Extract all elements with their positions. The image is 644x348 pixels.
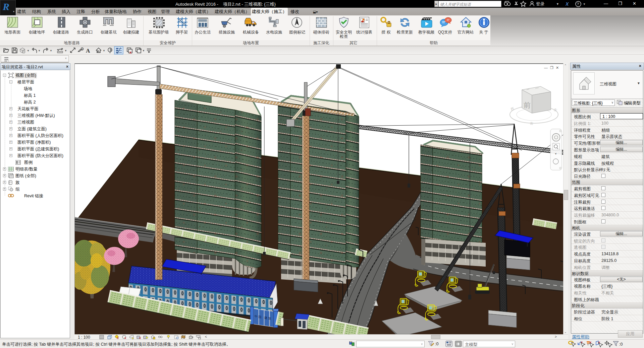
svg-text:x: x bbox=[129, 50, 132, 54]
svg-text:▼: ▼ bbox=[554, 152, 557, 155]
svg-text:▼: ▼ bbox=[64, 49, 67, 52]
svg-text:▼: ▼ bbox=[38, 49, 41, 52]
svg-text:▼: ▼ bbox=[50, 49, 52, 52]
svg-text:▼: ▼ bbox=[556, 2, 559, 6]
svg-text:▼: ▼ bbox=[142, 49, 145, 52]
svg-text:1: 1 bbox=[82, 48, 83, 50]
svg-text:▼: ▼ bbox=[583, 3, 586, 6]
svg-text:南: 南 bbox=[530, 122, 533, 125]
svg-text:A: A bbox=[86, 48, 90, 54]
svg-text::0: :0 bbox=[619, 342, 623, 347]
svg-text:X: X bbox=[566, 1, 569, 7]
svg-text:▼: ▼ bbox=[103, 49, 105, 52]
svg-text:登录: 登录 bbox=[536, 2, 545, 6]
svg-text:?: ? bbox=[577, 2, 579, 6]
svg-text:前: 前 bbox=[524, 101, 531, 109]
svg-text:▼: ▼ bbox=[27, 49, 30, 52]
